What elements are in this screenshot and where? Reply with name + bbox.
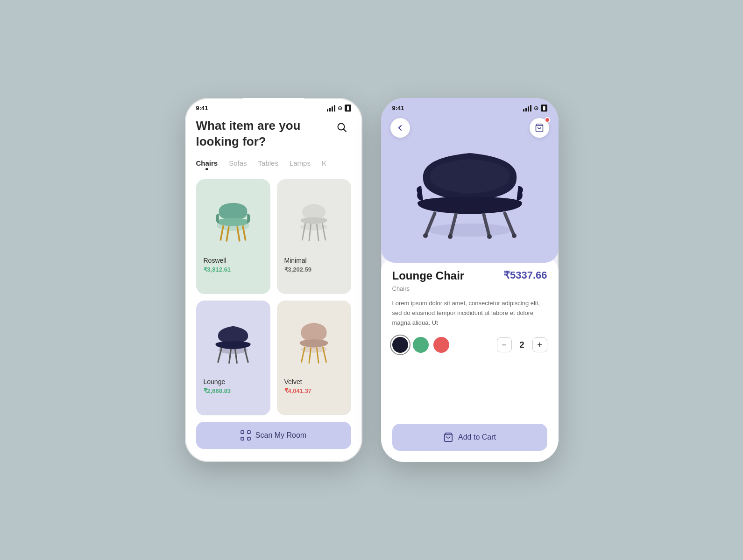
product-hero bbox=[381, 113, 559, 263]
detail-product-description: Lorem ipsum dolor sit amet, consectetur … bbox=[392, 299, 547, 328]
browse-phone: 9:41 ⊙ ▮ What item are you looking for? bbox=[185, 98, 362, 462]
product-name-roswell: Roswell bbox=[204, 257, 263, 264]
detail-chair-image bbox=[404, 132, 535, 244]
browse-header: What item are you looking for? bbox=[196, 118, 351, 150]
color-dark-blue[interactable] bbox=[392, 337, 408, 353]
product-price-lounge: ₹2,668.83 bbox=[204, 387, 263, 394]
category-tabs: Chairs Sofas Tables Lamps K bbox=[196, 159, 351, 170]
svg-line-1 bbox=[343, 129, 346, 132]
tab-tables[interactable]: Tables bbox=[258, 159, 278, 170]
product-price-minimal: ₹3,202.59 bbox=[284, 266, 344, 273]
svg-point-32 bbox=[423, 233, 428, 238]
notch bbox=[243, 98, 304, 111]
cart-button[interactable] bbox=[530, 118, 549, 138]
product-grid: Roswell ₹3,812.61 bbox=[196, 179, 351, 415]
detail-header: Lounge Chair ₹5337.66 bbox=[392, 269, 547, 282]
add-to-cart-button[interactable]: Add to Cart bbox=[392, 424, 547, 451]
status-icons: ⊙ ▮ bbox=[327, 105, 351, 112]
cart-add-icon bbox=[443, 432, 453, 442]
search-button[interactable] bbox=[333, 118, 351, 137]
detail-product-price: ₹5337.66 bbox=[503, 269, 547, 281]
svg-rect-23 bbox=[248, 431, 250, 434]
detail-product-category: Chairs bbox=[392, 285, 547, 292]
quantity-controls: − 2 + bbox=[497, 337, 547, 352]
color-green[interactable] bbox=[413, 337, 429, 353]
detail-status-icons: ⊙ ▮ bbox=[523, 105, 547, 112]
svg-rect-25 bbox=[248, 437, 250, 440]
roswell-chair-image bbox=[207, 194, 259, 245]
product-card-minimal[interactable]: Minimal ₹3,202.59 bbox=[277, 179, 351, 294]
back-arrow-icon bbox=[396, 124, 404, 132]
product-image-lounge bbox=[204, 308, 263, 373]
color-options bbox=[392, 337, 449, 353]
detail-notch bbox=[439, 98, 500, 111]
detail-wifi-icon: ⊙ bbox=[534, 105, 538, 112]
product-name-velvet: Velvet bbox=[284, 378, 344, 385]
tab-chairs[interactable]: Chairs bbox=[196, 159, 218, 170]
product-price-velvet: ₹4,041.37 bbox=[284, 387, 344, 394]
detail-content: Lounge Chair ₹5337.66 Chairs Lorem ipsum… bbox=[381, 258, 559, 462]
scan-button-label: Scan My Room bbox=[255, 431, 306, 440]
scan-room-button[interactable]: Scan My Room bbox=[196, 422, 351, 449]
tab-lamps[interactable]: Lamps bbox=[290, 159, 311, 170]
scan-icon bbox=[241, 430, 251, 441]
product-card-velvet[interactable]: Velvet ₹4,041.37 bbox=[277, 301, 351, 415]
svg-point-33 bbox=[448, 234, 453, 239]
back-button[interactable] bbox=[390, 118, 410, 138]
quantity-increase-button[interactable]: + bbox=[532, 337, 547, 352]
time: 9:41 bbox=[196, 105, 208, 112]
tab-sofas[interactable]: Sofas bbox=[229, 159, 247, 170]
velvet-chair-image bbox=[288, 315, 340, 366]
cart-badge bbox=[545, 117, 550, 123]
detail-phone: 9:41 ⊙ ▮ bbox=[381, 98, 559, 462]
svg-point-27 bbox=[428, 224, 512, 237]
product-image-velvet bbox=[284, 308, 344, 373]
cart-icon bbox=[535, 123, 544, 133]
product-price-roswell: ₹3,812.61 bbox=[204, 266, 263, 273]
svg-rect-24 bbox=[241, 437, 244, 440]
tab-k[interactable]: K bbox=[322, 159, 326, 170]
search-icon bbox=[337, 122, 347, 133]
quantity-value: 2 bbox=[517, 340, 527, 350]
quantity-decrease-button[interactable]: − bbox=[497, 337, 512, 352]
svg-point-34 bbox=[487, 234, 492, 239]
lounge-chair-image bbox=[207, 315, 259, 366]
product-image-roswell bbox=[204, 187, 263, 252]
add-to-cart-label: Add to Cart bbox=[458, 433, 496, 441]
product-name-lounge: Lounge bbox=[204, 378, 263, 385]
color-qty-row: − 2 + bbox=[392, 337, 547, 353]
signal-icon bbox=[327, 105, 335, 112]
browse-screen-content: What item are you looking for? Chairs So… bbox=[185, 113, 362, 462]
browse-headline: What item are you looking for? bbox=[196, 118, 301, 150]
product-card-lounge[interactable]: Lounge ₹2,668.83 bbox=[196, 301, 270, 415]
detail-battery-icon: ▮ bbox=[541, 105, 547, 112]
product-name-minimal: Minimal bbox=[284, 257, 344, 264]
detail-signal-icon bbox=[523, 105, 531, 112]
minimal-chair-image bbox=[288, 194, 340, 245]
detail-time: 9:41 bbox=[392, 105, 404, 112]
svg-point-35 bbox=[512, 233, 517, 238]
wifi-icon: ⊙ bbox=[338, 105, 342, 112]
svg-rect-22 bbox=[241, 431, 244, 434]
battery-icon: ▮ bbox=[345, 105, 351, 112]
product-card-roswell[interactable]: Roswell ₹3,812.61 bbox=[196, 179, 270, 294]
detail-product-name: Lounge Chair bbox=[392, 269, 465, 282]
color-red[interactable] bbox=[433, 337, 449, 353]
product-image-minimal bbox=[284, 187, 344, 252]
